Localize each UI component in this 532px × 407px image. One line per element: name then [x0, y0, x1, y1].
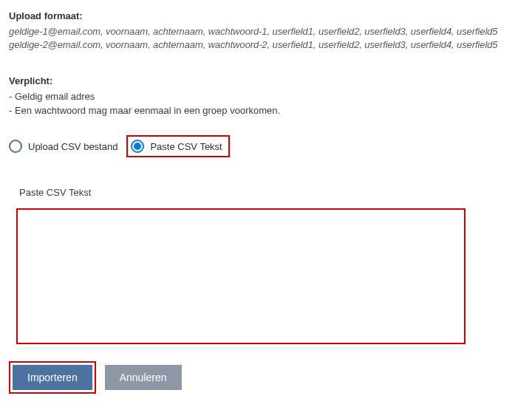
required-title: Verplicht:: [9, 75, 523, 86]
radio-paste-csv[interactable]: Paste CSV Tekst: [126, 135, 229, 157]
upload-format-example: geldige-1@email.com, voornaam, achternaa…: [9, 26, 523, 37]
upload-format-example: geldige-2@email.com, voornaam, achternaa…: [9, 39, 523, 50]
import-button[interactable]: Importeren: [13, 365, 92, 390]
paste-csv-textarea[interactable]: [16, 208, 466, 344]
import-button-highlight: Importeren: [9, 361, 96, 394]
radio-icon: [131, 140, 144, 153]
radio-icon: [9, 140, 22, 153]
paste-csv-label: Paste CSV Tekst: [19, 187, 523, 198]
input-method-radio-group: Upload CSV bestand Paste CSV Tekst: [9, 135, 523, 157]
radio-upload-label: Upload CSV bestand: [28, 141, 117, 152]
action-buttons: Importeren Annuleren: [9, 361, 523, 394]
required-item: - Een wachtwoord mag maar eenmaal in een…: [9, 105, 523, 116]
required-item: - Geldig email adres: [9, 91, 523, 102]
cancel-button[interactable]: Annuleren: [105, 365, 182, 390]
upload-format-title: Upload formaat:: [9, 10, 523, 21]
radio-paste-label: Paste CSV Tekst: [150, 141, 222, 152]
radio-upload-csv[interactable]: Upload CSV bestand: [9, 140, 117, 153]
